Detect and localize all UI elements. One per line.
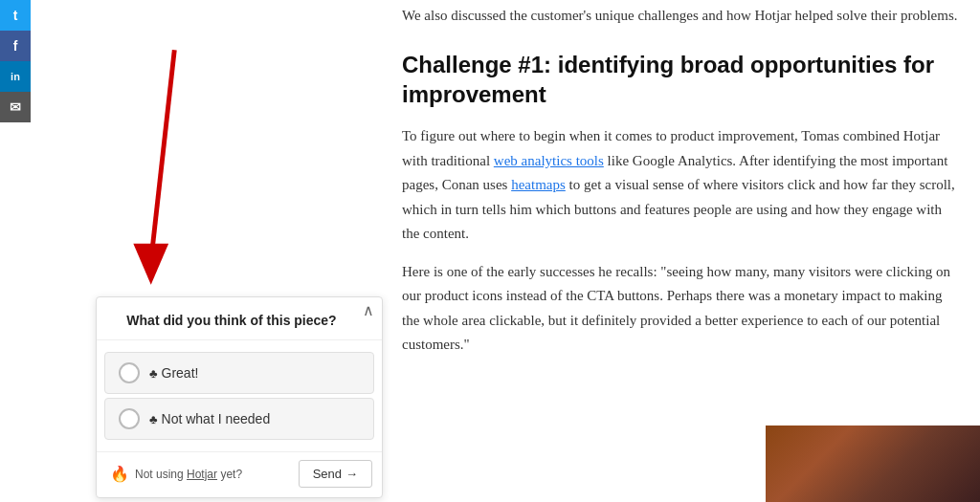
article-thumbnail <box>766 426 980 502</box>
poll-option-not-needed[interactable]: ♣ Not what I needed <box>104 398 374 440</box>
facebook-icon: f <box>13 38 18 54</box>
web-analytics-link[interactable]: web analytics tools <box>494 153 604 168</box>
not-needed-icon: ♣ <box>149 412 158 426</box>
hotjar-link[interactable]: Hotjar <box>187 468 217 481</box>
twitter-button[interactable]: t <box>0 0 31 31</box>
article-body-1: To figure out where to begin when it com… <box>402 124 961 247</box>
social-sidebar: t f in ✉ <box>0 0 31 122</box>
svg-marker-1 <box>133 244 168 285</box>
poll-radio-great <box>119 362 140 383</box>
hotjar-flame-icon: 🔥 <box>110 465 129 483</box>
poll-widget: ∧ What did you think of this piece? ♣ Gr… <box>96 296 383 498</box>
poll-footer: 🔥 Not using Hotjar yet? Send → <box>97 451 382 497</box>
great-label: Great! <box>162 365 199 381</box>
arrow-indicator <box>96 38 230 296</box>
send-arrow-icon: → <box>345 467 358 481</box>
svg-line-0 <box>151 50 175 261</box>
not-needed-label: Not what I needed <box>162 411 271 426</box>
email-icon: ✉ <box>10 99 21 115</box>
article-intro: We also discussed the customer's unique … <box>402 0 961 27</box>
poll-option-great[interactable]: ♣ Great! <box>104 352 374 394</box>
twitter-icon: t <box>13 8 18 23</box>
poll-options-container: ♣ Great! ♣ Not what I needed <box>97 340 382 451</box>
linkedin-button[interactable]: in <box>0 61 31 92</box>
poll-footer-text: Not using Hotjar yet? <box>135 468 299 481</box>
poll-send-button[interactable]: Send → <box>299 460 372 488</box>
send-label: Send <box>313 467 342 481</box>
article-heading: Challenge #1: identifying broad opportun… <box>402 50 961 109</box>
heatmaps-link[interactable]: heatmaps <box>511 177 566 192</box>
poll-question: What did you think of this piece? <box>97 297 382 340</box>
email-button[interactable]: ✉ <box>0 92 31 122</box>
poll-collapse-button[interactable]: ∧ <box>363 303 374 318</box>
article-body-2: Here is one of the early successes he re… <box>402 260 961 358</box>
facebook-button[interactable]: f <box>0 31 31 61</box>
poll-radio-not-needed <box>119 408 140 429</box>
collapse-icon: ∧ <box>363 302 374 318</box>
linkedin-icon: in <box>11 71 20 82</box>
great-icon: ♣ <box>149 366 158 381</box>
article-area: We also discussed the customer's unique … <box>383 0 980 502</box>
